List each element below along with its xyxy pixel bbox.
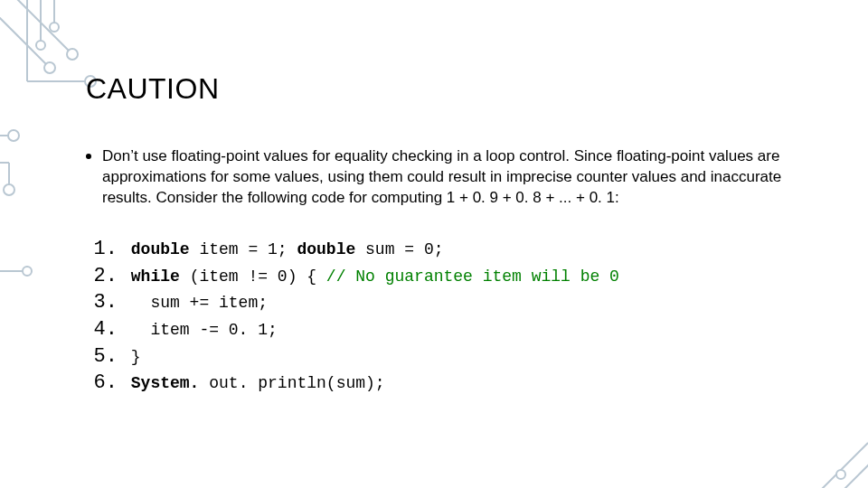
code-line-5: 5. } (86, 343, 809, 371)
svg-point-8 (36, 41, 45, 50)
code-line-4: 4. item -= 0. 1; (86, 316, 809, 343)
code-text: sum += item; (118, 292, 268, 314)
line-number: 1. (86, 236, 118, 263)
code-text: while (item != 0) { // No guarantee item… (118, 266, 619, 287)
slide-content: CAUTION Don’t use floating-point values … (86, 72, 809, 397)
bullet-dot-icon (86, 154, 91, 159)
svg-point-10 (50, 23, 59, 32)
svg-point-20 (836, 470, 845, 479)
svg-line-19 (832, 461, 868, 488)
line-number: 6. (86, 370, 118, 397)
bullet-item: Don’t use floating-point values for equa… (86, 146, 809, 209)
svg-line-2 (0, 9, 50, 68)
code-block: 1. double item = 1; double sum = 0; 2. w… (86, 236, 809, 397)
code-line-1: 1. double item = 1; double sum = 0; (86, 236, 809, 263)
code-text: } (118, 346, 141, 368)
slide-title: CAUTION (86, 72, 809, 106)
line-number: 3. (86, 289, 118, 316)
code-text: System. out. println(sum); (118, 372, 385, 394)
svg-point-12 (8, 130, 19, 141)
svg-line-0 (9, 0, 72, 54)
code-text: item -= 0. 1; (118, 319, 278, 341)
line-number: 4. (86, 316, 118, 343)
bullet-text: Don’t use floating-point values for equa… (102, 146, 809, 209)
code-line-3: 3. sum += item; (86, 289, 809, 316)
svg-point-3 (44, 62, 55, 73)
code-line-6: 6. System. out. println(sum); (86, 370, 809, 397)
line-number: 5. (86, 343, 118, 371)
svg-point-1 (67, 49, 78, 60)
code-line-2: 2. while (item != 0) { // No guarantee i… (86, 263, 809, 290)
svg-point-17 (23, 267, 32, 276)
line-number: 2. (86, 263, 118, 290)
svg-point-15 (4, 184, 14, 195)
code-text: double item = 1; double sum = 0; (118, 239, 443, 260)
svg-line-18 (814, 443, 868, 488)
